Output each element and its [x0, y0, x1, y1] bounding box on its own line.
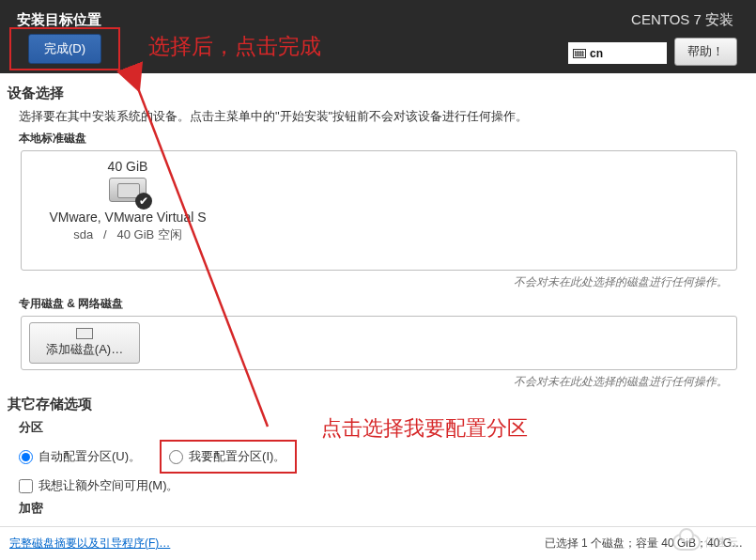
special-disks-panel: 添加磁盘(A)… [21, 316, 737, 370]
installer-header: 安装目标位置 CENTOS 7 安装 完成(D) 选择后，点击完成 cn 帮助！ [0, 0, 756, 73]
keyboard-layout-code: cn [590, 47, 603, 60]
special-disks-heading: 专用磁盘 & 网络磁盘 [19, 296, 748, 312]
add-disk-button[interactable]: 添加磁盘(A)… [29, 322, 140, 364]
checkbox-extra-space-label: 我想让额外空间可用(M)。 [39, 477, 179, 494]
annotation-done-tip: 选择后，点击完成 [148, 32, 321, 61]
installer-name: CENTOS 7 安装 [631, 11, 733, 29]
annotation-done-box: 完成(D) [9, 27, 120, 70]
keyboard-icon [573, 49, 586, 58]
special-note: 不会对未在此处选择的磁盘进行任何操作。 [8, 374, 728, 390]
disk-name: VMware, VMware Virtual S [29, 210, 226, 225]
checkbox-extra-space-input[interactable] [19, 479, 33, 493]
radio-auto-input[interactable] [19, 450, 33, 464]
disk-size: 40 GiB [29, 159, 226, 174]
done-button[interactable]: 完成(D) [28, 34, 101, 64]
radio-auto-label: 自动配置分区(U)。 [39, 448, 141, 465]
main-content: 设备选择 选择要在其中安装系统的设备。点击主菜单中的"开始安装"按钮前不会对该设… [0, 73, 756, 517]
annotation-partition-tip: 点击选择我要配置分区 [321, 414, 528, 443]
radio-manual-label: 我要配置分区(I)。 [189, 448, 285, 465]
device-instruction: 选择要在其中安装系统的设备。点击主菜单中的"开始安装"按钮前不会对该设备进行任何… [19, 108, 748, 125]
radio-auto-partition[interactable]: 自动配置分区(U)。 [19, 448, 141, 465]
radio-manual-input[interactable] [169, 450, 183, 464]
check-icon: ✔ [135, 193, 152, 210]
disk-summary-link[interactable]: 完整磁盘摘要以及引导程序(F)… [9, 536, 170, 552]
keyboard-layout-indicator[interactable]: cn [568, 42, 667, 64]
local-disks-heading: 本地标准磁盘 [19, 131, 748, 147]
disk-item[interactable]: 40 GiB ✔ VMware, VMware Virtual S sda / … [29, 159, 226, 243]
disk-icon: ✔ [109, 178, 147, 204]
disk-subinfo: sda / 40 GiB 空闲 [29, 226, 226, 243]
checkbox-extra-space[interactable]: 我想让额外空间可用(M)。 [19, 477, 179, 494]
radio-manual-partition[interactable]: 我要配置分区(I)。 [160, 440, 297, 474]
local-disks-panel: 40 GiB ✔ VMware, VMware Virtual S sda / … [21, 150, 737, 271]
local-note: 不会对未在此处选择的磁盘进行任何操作。 [8, 274, 728, 290]
add-disk-icon [76, 328, 93, 339]
add-disk-label: 添加磁盘(A)… [46, 341, 123, 358]
help-button[interactable]: 帮助！ [674, 38, 737, 66]
storage-section-title: 其它存储选项 [8, 396, 748, 413]
device-section-title: 设备选择 [8, 85, 748, 102]
encrypt-heading: 加密 [19, 500, 748, 517]
selection-status: 已选择 1 个磁盘；容量 40 GiB；40 G… [545, 536, 743, 552]
footer-bar: 完整磁盘摘要以及引导程序(F)… 已选择 1 个磁盘；容量 40 GiB；40 … [0, 526, 756, 560]
